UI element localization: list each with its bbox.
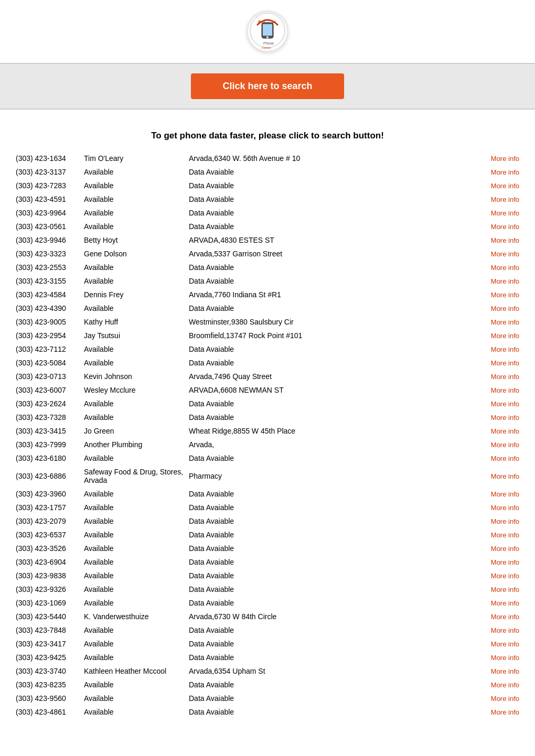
address: ARVADA,6608 NEWMAN ST	[189, 386, 472, 394]
address: Westminster,9380 Saulsbury Cir	[189, 318, 472, 326]
more-info-link[interactable]: More info	[472, 613, 519, 621]
more-info-link[interactable]: More info	[472, 427, 519, 435]
address: Arvada,6730 W 84th Circle	[189, 612, 472, 621]
address: Data Avaiable	[189, 413, 472, 422]
more-info-link[interactable]: More info	[472, 627, 519, 634]
more-info-link[interactable]: More info	[472, 455, 519, 462]
address: Data Avaiable	[189, 454, 472, 462]
phone-number: (303) 423-3526	[16, 544, 84, 553]
address: Data Avaiable	[189, 222, 472, 231]
svg-point-3	[266, 36, 269, 38]
owner-name: Betty Hoyt	[84, 236, 189, 244]
more-info-link[interactable]: More info	[472, 359, 519, 367]
more-info-link[interactable]: More info	[472, 318, 519, 326]
more-info-link[interactable]: More info	[472, 708, 519, 716]
phone-number: (303) 423-6886	[16, 472, 84, 480]
more-info-link[interactable]: More info	[472, 681, 519, 689]
owner-name: Available	[84, 694, 189, 703]
phone-number: (303) 423-8235	[16, 681, 84, 689]
phone-number: (303) 423-3740	[16, 667, 84, 675]
owner-name: Available	[84, 585, 189, 593]
more-info-link[interactable]: More info	[472, 441, 519, 449]
address: Data Avaiable	[189, 544, 472, 553]
address: Data Avaiable	[189, 571, 472, 580]
more-info-link[interactable]: More info	[472, 196, 519, 203]
more-info-link[interactable]: More info	[472, 472, 519, 480]
address: Data Avaiable	[189, 503, 472, 512]
phone-number: (303) 423-6007	[16, 386, 84, 394]
address: Data Avaiable	[189, 585, 472, 593]
table-row: (303) 423-0713Kevin JohnsonArvada,7496 Q…	[16, 370, 519, 383]
more-info-link[interactable]: More info	[472, 332, 519, 340]
owner-name: Wesley Mcclure	[84, 386, 189, 394]
owner-name: Available	[84, 195, 189, 203]
more-info-link[interactable]: More info	[472, 168, 519, 176]
more-info-link[interactable]: More info	[472, 373, 519, 381]
owner-name: Available	[84, 599, 189, 607]
table-row: (303) 423-3960AvailableData AvaiableMore…	[16, 487, 519, 501]
phone-number: (303) 423-7112	[16, 345, 84, 353]
table-row: (303) 423-3155AvailableData AvaiableMore…	[16, 274, 519, 288]
table-row: (303) 423-7112AvailableData AvaiableMore…	[16, 342, 519, 356]
table-row: (303) 423-6180AvailableData AvaiableMore…	[16, 451, 519, 465]
owner-name: Available	[84, 531, 189, 539]
more-info-link[interactable]: More info	[472, 236, 519, 244]
phone-number: (303) 423-3417	[16, 640, 84, 648]
more-info-link[interactable]: More info	[472, 400, 519, 408]
more-info-link[interactable]: More info	[472, 305, 519, 312]
address: Data Avaiable	[189, 359, 472, 367]
search-button[interactable]: Click here to search	[191, 73, 344, 99]
table-row: (303) 423-2553AvailableData AvaiableMore…	[16, 261, 519, 274]
more-info-link[interactable]: More info	[472, 223, 519, 231]
more-info-link[interactable]: More info	[472, 386, 519, 394]
search-bar-section: Click here to search	[0, 63, 535, 110]
more-info-link[interactable]: More info	[472, 345, 519, 353]
more-info-link[interactable]: More info	[472, 277, 519, 285]
more-info-link[interactable]: More info	[472, 504, 519, 512]
more-info-link[interactable]: More info	[472, 250, 519, 258]
phone-number: (303) 423-3323	[16, 250, 84, 258]
more-info-link[interactable]: More info	[472, 572, 519, 580]
address: Data Avaiable	[189, 626, 472, 634]
more-info-link[interactable]: More info	[472, 586, 519, 593]
table-row: (303) 423-9838AvailableData AvaiableMore…	[16, 569, 519, 582]
owner-name: Jo Green	[84, 427, 189, 435]
table-row: (303) 423-5084AvailableData AvaiableMore…	[16, 356, 519, 370]
address: ARVADA,4830 ESTES ST	[189, 236, 472, 244]
owner-name: Available	[84, 571, 189, 580]
phone-number: (303) 423-9425	[16, 653, 84, 662]
svg-text:Rev: Rev	[258, 20, 265, 24]
address: Data Avaiable	[189, 599, 472, 607]
more-info-link[interactable]: More info	[472, 640, 519, 648]
more-info-link[interactable]: More info	[472, 531, 519, 539]
more-info-link[interactable]: More info	[472, 545, 519, 553]
more-info-link[interactable]: More info	[472, 599, 519, 607]
more-info-link[interactable]: More info	[472, 264, 519, 272]
more-info-link[interactable]: More info	[472, 654, 519, 662]
address: Data Avaiable	[189, 708, 472, 716]
owner-name: Available	[84, 708, 189, 716]
more-info-link[interactable]: More info	[472, 667, 519, 675]
table-row: (303) 423-2954Jay TsutsuiBroomfield,1374…	[16, 329, 519, 342]
phone-number: (303) 423-7283	[16, 181, 84, 190]
table-row: (303) 423-3417AvailableData AvaiableMore…	[16, 637, 519, 651]
more-info-link[interactable]: More info	[472, 209, 519, 217]
address: Data Avaiable	[189, 558, 472, 566]
owner-name: Available	[84, 490, 189, 498]
more-info-link[interactable]: More info	[472, 414, 519, 422]
address: Data Avaiable	[189, 694, 472, 703]
table-row: (303) 423-4591AvailableData AvaiableMore…	[16, 192, 519, 206]
more-info-link[interactable]: More info	[472, 291, 519, 299]
owner-name: Available	[84, 304, 189, 312]
more-info-link[interactable]: More info	[472, 182, 519, 190]
table-row: (303) 423-3740Kathleen Heather MccoolArv…	[16, 664, 519, 678]
more-info-link[interactable]: More info	[472, 517, 519, 525]
phone-number: (303) 423-9005	[16, 318, 84, 326]
more-info-link[interactable]: More info	[472, 558, 519, 566]
more-info-link[interactable]: More info	[472, 155, 519, 163]
owner-name: Available	[84, 359, 189, 367]
more-info-link[interactable]: More info	[472, 695, 519, 703]
phone-number: (303) 423-6180	[16, 454, 84, 462]
address: Arvada,7760 Indiana St #R1	[189, 290, 472, 299]
more-info-link[interactable]: More info	[472, 490, 519, 498]
